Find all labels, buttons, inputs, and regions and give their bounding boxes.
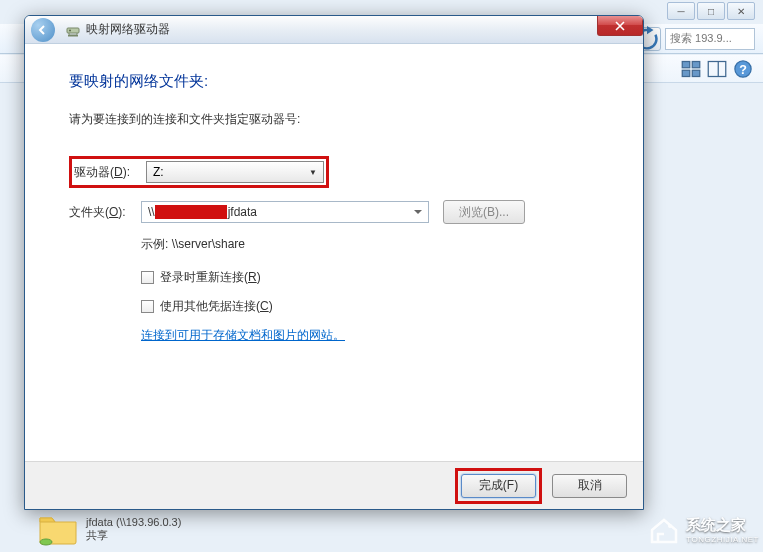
reconnect-checkbox-row[interactable]: 登录时重新连接(R) bbox=[141, 269, 599, 286]
map-network-drive-dialog: 映射网络驱动器 要映射的网络文件夹: 请为要连接到的连接和文件夹指定驱动器号: … bbox=[24, 15, 644, 510]
bg-window-controls: ─ □ ✕ bbox=[667, 2, 755, 20]
bg-folder-item[interactable]: jfdata (\\193.96.0.3) 共享 bbox=[38, 512, 181, 546]
back-button[interactable] bbox=[31, 18, 55, 42]
dialog-titlebar[interactable]: 映射网络驱动器 bbox=[25, 16, 643, 44]
watermark-logo-icon bbox=[646, 512, 682, 548]
view-icon[interactable] bbox=[681, 59, 701, 79]
dialog-title: 映射网络驱动器 bbox=[86, 21, 170, 38]
redacted-host bbox=[155, 205, 227, 219]
bg-folder-name: jfdata (\\193.96.0.3) bbox=[86, 516, 181, 528]
drive-value: Z: bbox=[153, 165, 164, 179]
finish-highlight-frame: 完成(F) bbox=[455, 468, 542, 504]
svg-rect-4 bbox=[708, 61, 726, 76]
help-icon[interactable]: ? bbox=[733, 59, 753, 79]
reconnect-label: 登录时重新连接(R) bbox=[160, 269, 261, 286]
watermark-text: 系统之家 TONGZHIJIA.NET bbox=[686, 516, 759, 544]
website-storage-link[interactable]: 连接到可用于存储文档和图片的网站。 bbox=[141, 328, 345, 342]
svg-point-9 bbox=[69, 29, 71, 31]
svg-rect-8 bbox=[67, 28, 79, 33]
dialog-heading: 要映射的网络文件夹: bbox=[69, 72, 599, 91]
svg-rect-1 bbox=[692, 61, 700, 67]
svg-point-11 bbox=[40, 539, 52, 545]
folder-icon bbox=[38, 512, 78, 546]
bg-folder-text: jfdata (\\193.96.0.3) 共享 bbox=[86, 516, 181, 543]
reconnect-checkbox[interactable] bbox=[141, 271, 154, 284]
drive-row: 驱动器(D): Z: bbox=[69, 156, 599, 188]
credentials-checkbox-row[interactable]: 使用其他凭据连接(C) bbox=[141, 298, 599, 315]
search-placeholder: 搜索 193.9... bbox=[670, 31, 732, 46]
folder-label: 文件夹(O): bbox=[69, 204, 141, 221]
svg-rect-2 bbox=[682, 70, 690, 76]
bg-maximize-button[interactable]: □ bbox=[697, 2, 725, 20]
drive-label: 驱动器(D): bbox=[74, 164, 146, 181]
example-text: 示例: \\server\share bbox=[141, 236, 599, 253]
dialog-instruction: 请为要连接到的连接和文件夹指定驱动器号: bbox=[69, 111, 599, 128]
svg-rect-3 bbox=[692, 70, 700, 76]
folder-row: 文件夹(O): \\jfdata 浏览(B)... bbox=[69, 200, 599, 224]
bg-minimize-button[interactable]: ─ bbox=[667, 2, 695, 20]
bg-folder-type: 共享 bbox=[86, 528, 181, 543]
watermark: 系统之家 TONGZHIJIA.NET bbox=[646, 512, 759, 548]
network-drive-icon bbox=[65, 22, 81, 38]
browse-button[interactable]: 浏览(B)... bbox=[443, 200, 525, 224]
close-button[interactable] bbox=[597, 16, 643, 36]
credentials-label: 使用其他凭据连接(C) bbox=[160, 298, 273, 315]
folder-input[interactable]: \\jfdata bbox=[141, 201, 429, 223]
svg-text:?: ? bbox=[739, 63, 747, 77]
watermark-en: TONGZHIJIA.NET bbox=[686, 535, 759, 544]
folder-prefix: \\ bbox=[148, 205, 155, 219]
drive-highlight-frame: 驱动器(D): Z: bbox=[69, 156, 329, 188]
svg-rect-0 bbox=[682, 61, 690, 67]
credentials-checkbox[interactable] bbox=[141, 300, 154, 313]
bg-search-input[interactable]: 搜索 193.9... bbox=[665, 28, 755, 50]
dialog-content: 要映射的网络文件夹: 请为要连接到的连接和文件夹指定驱动器号: 驱动器(D): … bbox=[25, 44, 643, 344]
svg-rect-10 bbox=[68, 35, 78, 37]
preview-pane-icon[interactable] bbox=[707, 59, 727, 79]
watermark-cn: 系统之家 bbox=[686, 516, 759, 535]
cancel-button[interactable]: 取消 bbox=[552, 474, 627, 498]
svg-point-12 bbox=[668, 524, 672, 528]
bg-close-button[interactable]: ✕ bbox=[727, 2, 755, 20]
drive-select[interactable]: Z: bbox=[146, 161, 324, 183]
finish-button[interactable]: 完成(F) bbox=[461, 474, 536, 498]
options-group: 示例: \\server\share 登录时重新连接(R) 使用其他凭据连接(C… bbox=[141, 236, 599, 344]
folder-suffix: jfdata bbox=[228, 205, 257, 219]
dialog-button-row: 完成(F) 取消 bbox=[25, 461, 643, 509]
